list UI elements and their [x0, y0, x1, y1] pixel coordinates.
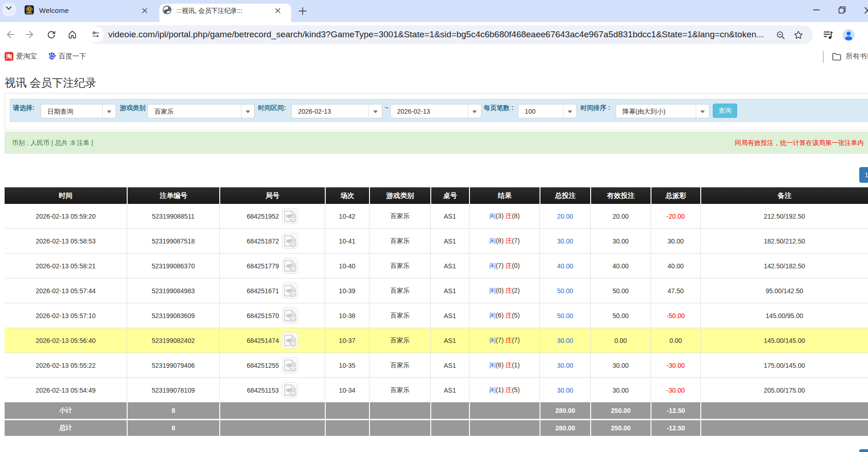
- svg-text:淘: 淘: [6, 53, 12, 60]
- svg-text:du: du: [50, 56, 54, 59]
